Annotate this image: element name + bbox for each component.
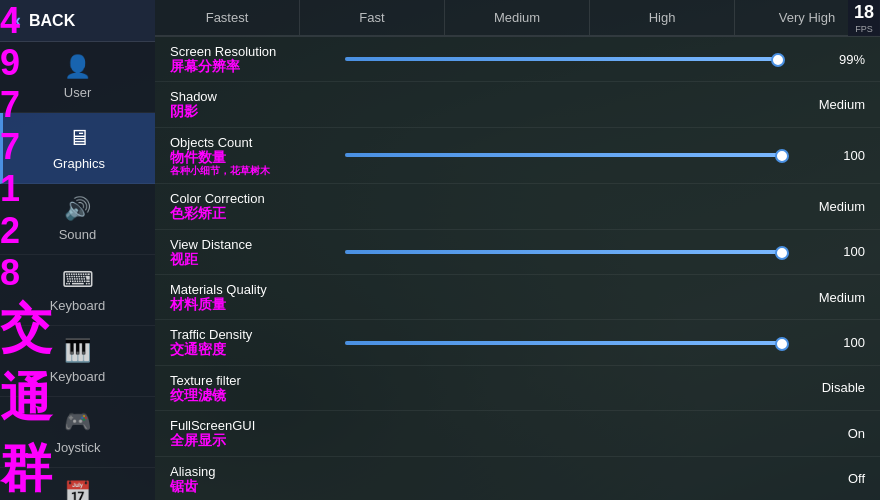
setting-zh-sub: 各种小细节，花草树木 [170, 165, 335, 176]
tab-high[interactable]: High [590, 0, 735, 35]
back-button[interactable]: ‹ BACK [0, 0, 155, 42]
setting-bar [345, 250, 785, 254]
sidebar-item-graphics[interactable]: 🖥 Graphics [0, 113, 155, 184]
setting-name-en: Texture filter [170, 373, 241, 388]
setting-name-en: Traffic Density [170, 327, 252, 342]
setting-name-en: Objects Count [170, 135, 252, 150]
table-row[interactable]: Aliasing 锯齿 Off [155, 457, 880, 500]
setting-bar-area [335, 250, 795, 254]
setting-name-en: View Distance [170, 237, 252, 252]
setting-name-zh: 色彩矫正 [170, 206, 335, 221]
setting-name-zh: 屏幕分辨率 [170, 59, 335, 74]
setting-name-en: Materials Quality [170, 282, 267, 297]
sidebar-item-keyboard2[interactable]: 🎹 Keyboard [0, 326, 155, 397]
table-row[interactable]: Objects Count 物件数量各种小细节，花草树木 100 [155, 128, 880, 184]
sidebar-item-joystick-label: Joystick [54, 440, 100, 455]
sidebar-item-graphics-label: Graphics [53, 156, 105, 171]
setting-name-zh: 物件数量各种小细节，花草树木 [170, 150, 335, 176]
setting-name-zh: 纹理滤镜 [170, 388, 335, 403]
table-row[interactable]: Color Correction 色彩矫正 Medium [155, 184, 880, 229]
setting-value: 100 [795, 148, 865, 163]
table-row[interactable]: Texture filter 纹理滤镜 Disable [155, 366, 880, 411]
tab-fast[interactable]: Fast [300, 0, 445, 35]
graphics-icon: 🖥 [68, 125, 90, 151]
setting-value: Medium [795, 290, 865, 305]
setting-name: Materials Quality 材料质量 [170, 282, 335, 312]
setting-value: 100 [795, 244, 865, 259]
table-row[interactable]: Traffic Density 交通密度 100 [155, 320, 880, 365]
setting-name-zh: 交通密度 [170, 342, 335, 357]
setting-name: View Distance 视距 [170, 237, 335, 267]
fps-label: FPS [855, 24, 873, 35]
setting-name: Traffic Density 交通密度 [170, 327, 335, 357]
setting-bar [345, 153, 785, 157]
sidebar-item-user[interactable]: 👤 User [0, 42, 155, 113]
back-chevron-icon: ‹ [15, 10, 21, 31]
setting-value: Off [795, 471, 865, 486]
setting-bar-area [335, 341, 795, 345]
setting-name: Color Correction 色彩矫正 [170, 191, 335, 221]
setting-name-en: Screen Resolution [170, 44, 276, 59]
table-row[interactable]: FullScreenGUI 全屏显示 On [155, 411, 880, 456]
setting-bar-area [335, 153, 795, 157]
table-row[interactable]: Screen Resolution 屏幕分辨率 99% [155, 37, 880, 82]
fps-value: 18 [854, 2, 874, 24]
setting-name: Texture filter 纹理滤镜 [170, 373, 335, 403]
sidebar-item-keyboard[interactable]: ⌨ Keyboard [0, 255, 155, 326]
setting-name-en: Aliasing [170, 464, 216, 479]
setting-value: On [795, 426, 865, 441]
keyboard-icon: ⌨ [62, 267, 94, 293]
table-row[interactable]: Shadow 阴影 Medium [155, 82, 880, 127]
setting-value: Disable [795, 380, 865, 395]
sidebar-item-keyboard-label: Keyboard [50, 298, 106, 313]
setting-name-zh: 锯齿 [170, 479, 335, 494]
setting-value: 100 [795, 335, 865, 350]
table-row[interactable]: View Distance 视距 100 [155, 230, 880, 275]
setting-name: Objects Count 物件数量各种小细节，花草树木 [170, 135, 335, 176]
setting-name: Aliasing 锯齿 [170, 464, 335, 494]
sidebar-item-sound-label: Sound [59, 227, 97, 242]
setting-name-zh: 材料质量 [170, 297, 335, 312]
setting-value: Medium [795, 97, 865, 112]
setting-bar-area [335, 57, 795, 61]
setting-name-en: Color Correction [170, 191, 265, 206]
sidebar-item-user-label: User [64, 85, 91, 100]
todo-icon: 📅 [64, 480, 91, 500]
setting-bar-fill [345, 250, 785, 254]
sidebar-item-keyboard2-label: Keyboard [50, 369, 106, 384]
setting-bar [345, 341, 785, 345]
fps-badge: 18 FPS [848, 0, 880, 36]
tab-fastest[interactable]: Fastest [155, 0, 300, 35]
main-content: Fastest Fast Medium High Very High 18 FP… [155, 0, 880, 500]
setting-bar [345, 57, 785, 61]
user-icon: 👤 [64, 54, 91, 80]
setting-value: 99% [795, 52, 865, 67]
setting-name: Screen Resolution 屏幕分辨率 [170, 44, 335, 74]
setting-bar-fill [345, 57, 781, 61]
setting-value: Medium [795, 199, 865, 214]
sidebar-item-sound[interactable]: 🔊 Sound [0, 184, 155, 255]
sidebar: ‹ BACK 👤 User 🖥 Graphics 🔊 Sound ⌨ Keybo… [0, 0, 155, 500]
settings-list: Screen Resolution 屏幕分辨率 99% Shadow 阴影 Me… [155, 37, 880, 500]
setting-name: Shadow 阴影 [170, 89, 335, 119]
setting-name-en: Shadow [170, 89, 217, 104]
setting-name-zh: 阴影 [170, 104, 335, 119]
setting-bar-fill [345, 153, 785, 157]
setting-bar-fill [345, 341, 785, 345]
table-row[interactable]: Materials Quality 材料质量 Medium [155, 275, 880, 320]
tab-medium[interactable]: Medium [445, 0, 590, 35]
sidebar-item-todo[interactable]: 📅 TODO [0, 468, 155, 500]
joystick-icon: 🎮 [64, 409, 91, 435]
quality-tabs: Fastest Fast Medium High Very High 18 FP… [155, 0, 880, 37]
sidebar-item-joystick[interactable]: 🎮 Joystick [0, 397, 155, 468]
setting-name-zh: 视距 [170, 252, 335, 267]
back-label: BACK [29, 12, 75, 30]
setting-name-zh: 全屏显示 [170, 433, 335, 448]
keyboard2-icon: 🎹 [64, 338, 91, 364]
setting-name: FullScreenGUI 全屏显示 [170, 418, 335, 448]
sound-icon: 🔊 [64, 196, 91, 222]
setting-name-en: FullScreenGUI [170, 418, 255, 433]
